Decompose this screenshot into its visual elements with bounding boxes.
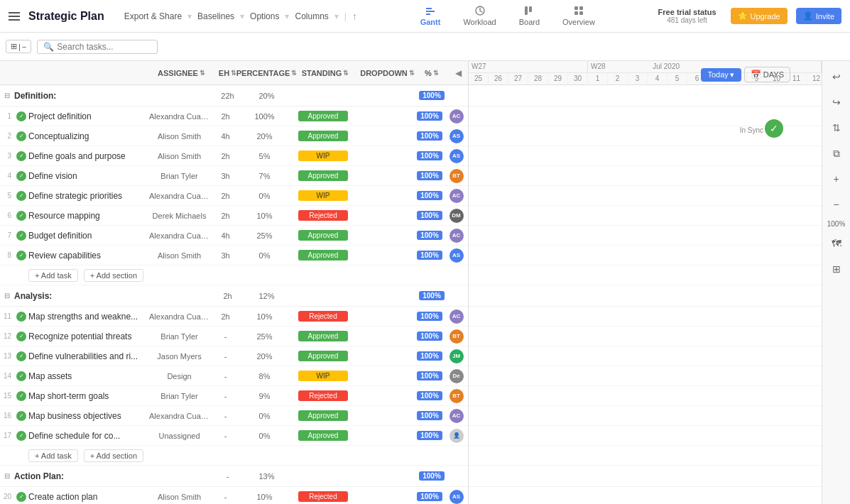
task-standing[interactable]: Approved (288, 250, 359, 261)
task-standing[interactable]: Approved (288, 331, 359, 341)
add-column-button[interactable]: ⊞|− (6, 40, 31, 53)
task-name[interactable]: Define vision (28, 171, 149, 181)
tab-overview[interactable]: Overview (551, 2, 606, 31)
task-standing[interactable]: Approved (288, 410, 359, 421)
add-task-button[interactable]: + Add task (28, 449, 78, 462)
task-standing[interactable]: Approved (288, 230, 359, 241)
tab-gantt[interactable]: Gantt (409, 2, 452, 31)
task-check[interactable]: ✓ (14, 332, 28, 341)
task-name[interactable]: Define strategic priorities (28, 191, 149, 201)
upgrade-button[interactable]: ⭐Upgrade (731, 8, 788, 24)
task-name[interactable]: Define vulnerabilities and ri... (28, 351, 149, 361)
columns-button[interactable]: Columns (295, 11, 328, 21)
task-assignee: Design (149, 372, 209, 380)
today-button[interactable]: Today ▾ (701, 68, 741, 82)
sidebar-grid-icon[interactable]: ⊞ (827, 259, 846, 279)
task-row: 15 ✓ Map short-term goals Brian Tyler - … (0, 386, 468, 406)
task-check[interactable]: ✓ (14, 191, 28, 201)
task-check[interactable]: ✓ (14, 371, 28, 381)
task-name[interactable]: Conceptualizing (28, 131, 149, 141)
col-assignee-header[interactable]: ASSIGNEE ⇅ (151, 69, 212, 77)
col-badge-header[interactable]: % ⇅ (414, 69, 449, 77)
baselines-button[interactable]: Baselines (197, 11, 234, 21)
task-standing[interactable]: Approved (288, 430, 359, 441)
task-name[interactable]: Define goals and purpose (28, 151, 149, 161)
task-standing[interactable]: Rejected (288, 311, 359, 322)
task-standing[interactable]: Rejected (288, 390, 359, 401)
sidebar-arrows-icon[interactable]: ⇅ (827, 118, 846, 138)
task-check[interactable]: ✓ (14, 251, 28, 261)
task-assignee: Derek Michaels (149, 212, 209, 220)
task-name[interactable]: Map short-term goals (28, 391, 149, 401)
gantt-day-12: 12 (807, 73, 822, 84)
add-task-button[interactable]: + Add task (28, 269, 78, 282)
add-section-button[interactable]: + Add section (84, 449, 143, 462)
task-number: 5 (0, 192, 14, 199)
task-standing[interactable]: WIP (288, 371, 359, 381)
tab-workload[interactable]: Workload (452, 2, 507, 31)
task-check[interactable]: ✓ (14, 492, 28, 502)
task-name[interactable]: Define schedule for co... (28, 431, 149, 441)
task-check[interactable]: ✓ (14, 131, 28, 141)
col-nav-icon[interactable]: ◀ (449, 68, 467, 78)
task-check[interactable]: ✓ (14, 231, 28, 241)
search-input[interactable] (57, 42, 149, 52)
task-name[interactable]: Create action plan (28, 492, 149, 502)
task-name[interactable]: Map business objectives (28, 411, 149, 421)
avatar-circle: BT (449, 169, 464, 183)
task-name[interactable]: Recognize potential threats (28, 332, 149, 341)
task-standing[interactable]: Approved (288, 131, 359, 141)
tab-board[interactable]: Board (508, 2, 551, 31)
invite-button[interactable]: 👤Invite (796, 8, 841, 24)
col-standing-header[interactable]: STANDING ⇅ (290, 69, 361, 77)
task-standing[interactable]: Approved (288, 351, 359, 361)
search-box[interactable]: 🔍 (37, 40, 158, 54)
task-name[interactable]: Map assets (28, 371, 149, 381)
task-standing[interactable]: WIP (288, 190, 359, 201)
gantt-controls: Today ▾ 📅 DAYS (698, 61, 794, 88)
sidebar-redo-icon[interactable]: ↪ (827, 92, 846, 112)
sidebar-zoom-in-icon[interactable]: + (827, 169, 846, 189)
sidebar-zoom-out-icon[interactable]: − (827, 195, 846, 214)
task-check[interactable]: ✓ (14, 111, 28, 121)
task-name[interactable]: Resource mapping (28, 211, 149, 221)
task-check[interactable]: ✓ (14, 391, 28, 401)
section-toggle-action_plan[interactable]: ⊟ (0, 472, 14, 480)
sidebar-copy-icon[interactable]: ⧉ (827, 143, 846, 163)
col-dropdown-header[interactable]: DROPDOWN ⇅ (361, 69, 414, 77)
task-check[interactable]: ✓ (14, 431, 28, 441)
task-name[interactable]: Review capabilities (28, 251, 149, 261)
section-toggle-analysis[interactable]: ⊟ (0, 292, 14, 300)
days-button[interactable]: 📅 DAYS (744, 67, 790, 82)
export-share-button[interactable]: Export & Share (124, 11, 182, 21)
task-name[interactable]: Budget definition (28, 231, 149, 241)
task-standing[interactable]: Approved (288, 170, 359, 181)
avatar-circle: BT (449, 329, 464, 344)
task-name[interactable]: Project definition (28, 111, 149, 121)
sidebar-map-icon[interactable]: 🗺 (827, 234, 846, 253)
task-check[interactable]: ✓ (14, 211, 28, 221)
col-pct-header[interactable]: PERCENTAGE ⇅ (244, 69, 290, 77)
add-section-button[interactable]: + Add section (84, 269, 143, 282)
task-standing[interactable]: Approved (288, 111, 359, 121)
task-assignee: Alexandra Cuart... (149, 231, 209, 240)
task-check[interactable]: ✓ (14, 151, 28, 161)
task-check[interactable]: ✓ (14, 411, 28, 421)
task-standing[interactable]: Rejected (288, 491, 359, 502)
task-badge: 100% (412, 391, 447, 400)
task-check[interactable]: ✓ (14, 171, 28, 181)
task-name[interactable]: Map strengths and weakne... (28, 312, 149, 322)
gantt-day-29: 29 (548, 73, 568, 84)
task-number: 2 (0, 132, 14, 140)
main-content: ASSIGNEE ⇅ EH ⇅ PERCENTAGE ⇅ STANDING ⇅ … (0, 61, 850, 504)
task-check[interactable]: ✓ (14, 351, 28, 361)
task-badge: 100% (412, 431, 447, 440)
task-standing[interactable]: WIP (288, 150, 359, 161)
sidebar-undo-icon[interactable]: ↩ (827, 67, 846, 87)
task-standing[interactable]: Rejected (288, 210, 359, 221)
task-check[interactable]: ✓ (14, 312, 28, 322)
options-button[interactable]: Options (250, 11, 279, 21)
hamburger-menu[interactable] (9, 12, 20, 21)
section-toggle-definition[interactable]: ⊟ (0, 92, 14, 99)
standing-badge: WIP (298, 150, 348, 161)
